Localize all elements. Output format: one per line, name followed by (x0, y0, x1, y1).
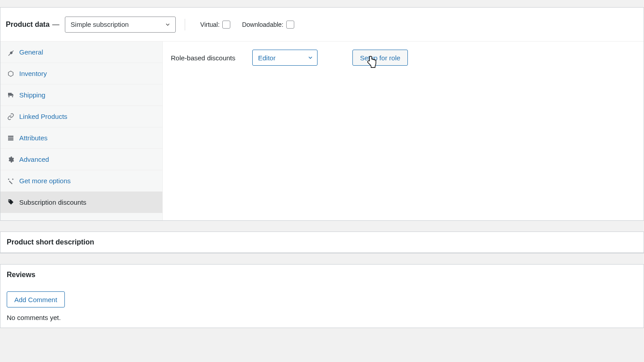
short-description-panel: Product short description (0, 232, 644, 253)
tab-linked-products[interactable]: Linked Products (0, 106, 162, 127)
role-discounts-label: Role-based discounts (171, 54, 237, 62)
product-data-tabs: General Inventory Shipping (0, 42, 163, 220)
svg-rect-2 (8, 139, 13, 140)
header-separator (185, 19, 185, 30)
virtual-option: Virtual: (200, 21, 230, 29)
product-type-value: Simple subscription (71, 21, 129, 28)
gear-icon (7, 156, 15, 164)
truck-icon (7, 91, 15, 99)
product-data-header: Product data — Simple subscription Virtu… (0, 8, 644, 42)
tab-subscription-discounts[interactable]: Subscription discounts (0, 192, 162, 213)
magic-icon (7, 177, 15, 185)
role-select-value: Editor (258, 54, 275, 62)
downloadable-label: Downloadable: (242, 21, 284, 28)
tab-get-more-options[interactable]: Get more options (0, 170, 162, 192)
svg-rect-1 (8, 137, 13, 139)
role-discounts-row: Role-based discounts Editor (171, 50, 636, 66)
title-dash: — (52, 21, 59, 29)
reviews-panel: Reviews Add Comment No comments yet. (0, 264, 644, 328)
product-data-title-text: Product data (6, 21, 50, 29)
tab-general[interactable]: General (0, 42, 162, 63)
inventory-icon (7, 70, 15, 78)
tab-shipping-label: Shipping (19, 91, 45, 99)
tab-attributes-label: Attributes (19, 134, 47, 142)
virtual-checkbox[interactable] (222, 21, 230, 29)
tab-attributes[interactable]: Attributes (0, 127, 162, 149)
virtual-label: Virtual: (200, 21, 220, 28)
svg-rect-0 (8, 135, 13, 137)
tab-subdisc-label: Subscription discounts (19, 198, 86, 206)
product-data-panel: Product data — Simple subscription Virtu… (0, 7, 644, 221)
role-select[interactable]: Editor (252, 50, 318, 66)
downloadable-option: Downloadable: (242, 21, 294, 29)
tab-inventory-label: Inventory (19, 70, 47, 77)
product-type-select[interactable]: Simple subscription (65, 17, 176, 33)
setup-for-role-button[interactable]: Setup for role (352, 50, 408, 66)
chevron-down-icon (164, 21, 172, 29)
reviews-title: Reviews (0, 265, 644, 285)
add-comment-button[interactable]: Add Comment (7, 291, 65, 307)
chevron-down-icon (306, 54, 314, 62)
wrench-icon (7, 48, 15, 56)
tab-shipping[interactable]: Shipping (0, 84, 162, 106)
tab-getmore-label: Get more options (19, 177, 71, 185)
setup-for-role-label: Setup for role (360, 54, 400, 62)
tab-advanced-label: Advanced (19, 156, 49, 163)
tab-linked-label: Linked Products (19, 113, 68, 120)
tag-icon (7, 198, 15, 206)
no-comments-text: No comments yet. (7, 314, 637, 321)
attributes-icon (7, 134, 15, 142)
short-description-title: Product short description (0, 232, 644, 253)
tab-advanced[interactable]: Advanced (0, 149, 162, 170)
add-comment-label: Add Comment (14, 296, 57, 303)
tab-inventory[interactable]: Inventory (0, 63, 162, 84)
link-icon (7, 113, 15, 121)
downloadable-checkbox[interactable] (286, 21, 294, 29)
product-data-content: Role-based discounts Editor (163, 42, 644, 220)
product-data-title: Product data — (6, 21, 59, 29)
tab-general-label: General (19, 48, 43, 56)
